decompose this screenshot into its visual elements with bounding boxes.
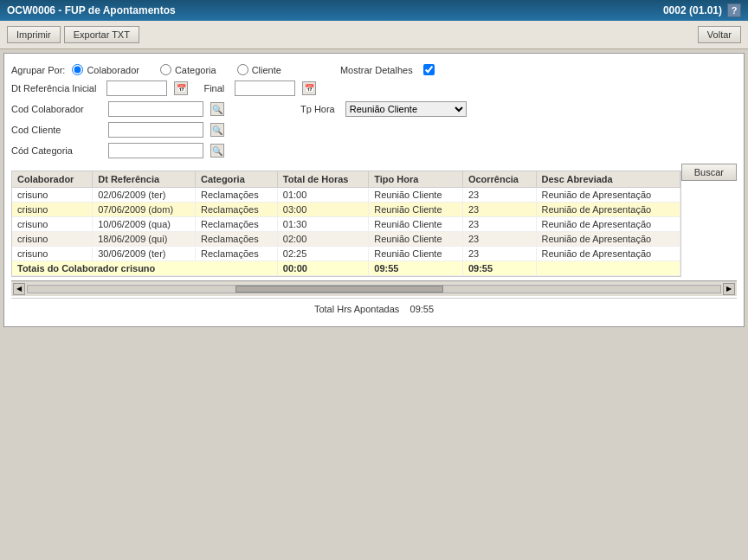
- help-button[interactable]: ?: [727, 3, 741, 17]
- scroll-track[interactable]: [27, 285, 721, 293]
- dt-ref-inicial-label: Dt Referência Inicial: [11, 83, 96, 93]
- cod-categoria-input[interactable]: [108, 143, 203, 158]
- main-content: Agrupar Por: Colaborador Categoria Clien…: [3, 53, 745, 327]
- print-button[interactable]: Imprimir: [7, 26, 61, 43]
- search-cliente-button[interactable]: 🔍: [210, 123, 224, 137]
- back-button[interactable]: Voltar: [698, 26, 741, 43]
- col-header-dt-referencia: Dt Referência: [93, 171, 196, 188]
- cal-inicial-button[interactable]: 📅: [174, 81, 188, 95]
- totals-row: Totais do Colaborador crisuno00:0009:550…: [12, 261, 680, 276]
- cliente-radio-label: Cliente: [252, 65, 281, 75]
- col-header-desc-abreviada: Desc Abreviada: [536, 171, 680, 188]
- export-txt-button[interactable]: Exportar TXT: [64, 26, 139, 43]
- table-header-row: Colaborador Dt Referência Categoria Tota…: [12, 171, 680, 188]
- radio-colaborador[interactable]: [72, 64, 83, 75]
- scroll-left-arrow[interactable]: ◀: [13, 283, 25, 295]
- total-hrs-label: Total Hrs Apontadas: [314, 304, 399, 314]
- colaborador-radio-label: Colaborador: [87, 65, 139, 75]
- scroll-right-arrow[interactable]: ▶: [723, 283, 735, 295]
- categoria-radio-label: Categoria: [175, 65, 216, 75]
- table-row: crisuno18/06/2009 (qui)Reclamações02:00R…: [12, 232, 680, 247]
- app-title: OCW0006 - FUP de Apontamentos: [7, 4, 176, 16]
- search-colaborador-button[interactable]: 🔍: [210, 102, 224, 116]
- col-header-total-horas: Total de Horas: [277, 171, 368, 188]
- dt-ref-inicial-input[interactable]: 01/06/2009: [106, 80, 167, 96]
- mostrar-detalhes-label: Mostrar Detalhes: [340, 65, 413, 75]
- results-table: Colaborador Dt Referência Categoria Tota…: [12, 171, 680, 276]
- cal-final-button[interactable]: 📅: [302, 81, 316, 95]
- title-bar: OCW0006 - FUP de Apontamentos 0002 (01.0…: [0, 0, 748, 21]
- table-row: crisuno07/06/2009 (dom)Reclamações03:00R…: [12, 203, 680, 217]
- final-label: Final: [203, 83, 224, 93]
- table-row: crisuno10/06/2009 (qua)Reclamações01:30R…: [12, 217, 680, 232]
- filter-section: Agrupar Por: Colaborador Categoria Clien…: [11, 61, 737, 167]
- tp-hora-select[interactable]: Reunião Cliente Todos Desenvolvimento: [345, 101, 467, 117]
- search-categoria-button[interactable]: 🔍: [210, 144, 224, 158]
- cod-colaborador-input[interactable]: [108, 101, 203, 117]
- cod-cliente-input[interactable]: [108, 122, 203, 138]
- footer-bar: Total Hrs Apontadas 09:55: [11, 298, 737, 319]
- cod-colaborador-label: Cod Colaborador: [11, 104, 98, 114]
- radio-categoria[interactable]: [160, 64, 171, 75]
- tp-hora-label: Tp Hora: [300, 104, 335, 114]
- table-row: crisuno30/06/2009 (ter)Reclamações02:25R…: [12, 247, 680, 261]
- cod-cliente-label: Cod Cliente: [11, 125, 98, 135]
- col-header-tipo-hora: Tipo Hora: [369, 171, 463, 188]
- col-header-colaborador: Colaborador: [12, 171, 93, 188]
- results-table-container: Colaborador Dt Referência Categoria Tota…: [11, 171, 681, 277]
- cod-categoria-label: Cód Categoria: [11, 145, 98, 156]
- toolbar: Imprimir Exportar TXT Voltar: [0, 21, 748, 49]
- version-info: 0002 (01.01): [663, 4, 722, 16]
- dt-ref-final-input[interactable]: 31/06/2009: [235, 80, 295, 96]
- col-header-categoria: Categoria: [196, 171, 278, 188]
- horizontal-scrollbar[interactable]: ◀ ▶: [11, 280, 737, 296]
- buscar-button[interactable]: Buscar: [681, 164, 737, 181]
- mostrar-detalhes-checkbox[interactable]: [423, 64, 435, 75]
- radio-cliente[interactable]: [237, 64, 248, 75]
- group-by-label: Agrupar Por:: [11, 65, 65, 75]
- table-row: crisuno02/06/2009 (ter)Reclamações01:00R…: [12, 188, 680, 203]
- total-hrs-value: 09:55: [410, 304, 435, 314]
- col-header-ocorrencia: Ocorrência: [462, 171, 536, 188]
- scroll-thumb[interactable]: [235, 286, 443, 293]
